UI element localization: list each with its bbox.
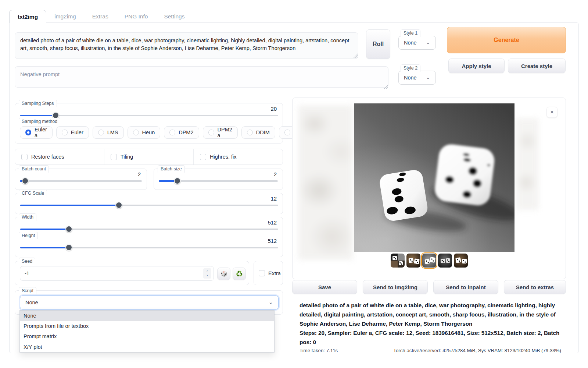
height-slider[interactable] <box>20 244 278 251</box>
tab-txt2img[interactable]: txt2img <box>9 10 46 23</box>
seed-stepper[interactable]: ⌃ ⌄ <box>203 268 211 279</box>
height-label: Height <box>19 232 38 239</box>
script-option-prompts-from-file[interactable]: Prompts from file or textbox <box>20 321 274 331</box>
tab-img2img[interactable]: img2img <box>46 10 84 23</box>
create-style-button[interactable]: Create style <box>508 59 566 73</box>
slider-knob[interactable] <box>65 226 72 233</box>
thumbnail-2[interactable] <box>406 254 420 268</box>
slider-knob[interactable] <box>22 177 29 184</box>
script-option-xy-plot[interactable]: X/Y plot <box>20 342 274 352</box>
batch-count-box: Batch count 2 <box>15 169 147 190</box>
script-option-none[interactable]: None <box>20 311 274 321</box>
cfg-scale-slider[interactable] <box>20 202 278 209</box>
restore-faces-toggle[interactable]: Restore faces <box>15 149 104 164</box>
batch-count-value: 2 <box>138 171 141 177</box>
thumbnail-5[interactable] <box>454 254 468 268</box>
style2-select[interactable]: None ⌄ <box>398 71 436 85</box>
slider-knob[interactable] <box>65 244 72 251</box>
close-gallery-button[interactable]: × <box>546 107 557 118</box>
send-to-extras-button[interactable]: Send to extras <box>504 280 566 294</box>
script-value: None <box>25 300 38 305</box>
sampling-method-group: Euler a Euler LMS Heun DPM2 DPM2 a DDIM … <box>20 126 313 139</box>
random-seed-button[interactable]: 🎲 <box>217 268 230 280</box>
sampling-box: Sampling Steps 20 Sampling method Euler … <box>15 103 283 144</box>
radio-icon <box>284 130 290 135</box>
sampler-dpm2[interactable]: DPM2 <box>164 126 199 139</box>
tiling-toggle[interactable]: Tiling <box>104 149 194 164</box>
checkbox-icon[interactable] <box>259 270 265 276</box>
batch-count-label: Batch count <box>19 165 49 173</box>
radio-icon <box>208 130 214 135</box>
width-label: Width <box>19 213 36 221</box>
checkbox-icon[interactable] <box>200 154 206 160</box>
style2-label: Style 2 <box>401 64 420 72</box>
thumbnail-4[interactable] <box>438 254 452 268</box>
sampler-euler[interactable]: Euler <box>56 126 89 139</box>
sampler-ddim[interactable]: DDIM <box>241 126 275 139</box>
sampler-heun[interactable]: Heun <box>128 126 161 139</box>
width-slider[interactable] <box>20 226 278 233</box>
style1-select[interactable]: None ⌄ <box>398 36 436 50</box>
extra-toggle[interactable]: Extra <box>259 270 281 276</box>
sampling-steps-label: Sampling Steps <box>19 100 57 107</box>
output-gallery-panel: × <box>292 98 566 279</box>
tab-extras[interactable]: Extras <box>84 10 116 23</box>
batch-size-box: Batch size 2 <box>154 169 283 190</box>
style1-value: None <box>404 40 417 46</box>
tab-settings[interactable]: Settings <box>156 10 193 23</box>
generated-image[interactable] <box>354 103 514 252</box>
chevron-down-icon: ⌄ <box>426 74 430 80</box>
roll-button[interactable]: Roll <box>366 29 390 59</box>
batch-size-label: Batch size <box>158 165 185 173</box>
radio-icon <box>247 130 253 135</box>
script-label: Script <box>19 287 36 294</box>
checkbox-icon[interactable] <box>21 154 28 160</box>
cfg-scale-box: CFG Scale 12 <box>15 193 283 214</box>
tab-bar: txt2img img2img Extras PNG Info Settings <box>9 10 193 23</box>
generate-button[interactable]: Generate <box>447 27 566 53</box>
save-button[interactable]: Save <box>292 280 357 294</box>
negative-prompt-input[interactable] <box>15 66 388 88</box>
checkbox-icon[interactable] <box>111 154 117 160</box>
cfg-scale-label: CFG Scale <box>19 190 47 197</box>
toggles-box: Restore faces Tiling Highres. fix <box>15 149 283 165</box>
extra-label: Extra <box>268 270 281 276</box>
batch-count-slider[interactable] <box>20 178 142 184</box>
tab-png-info[interactable]: PNG Info <box>116 10 156 23</box>
script-select[interactable]: None ⌄ <box>20 296 279 309</box>
prompt-input[interactable]: detailed photo of a pair of white die on… <box>15 32 358 59</box>
radio-icon <box>169 130 175 135</box>
send-to-img2img-button[interactable]: Send to img2img <box>363 280 428 294</box>
time-taken-text: Time taken: 7.11s <box>300 348 338 353</box>
batch-size-slider[interactable] <box>159 178 278 184</box>
sampler-dpm2a[interactable]: DPM2 a <box>203 126 238 139</box>
slider-knob[interactable] <box>174 177 181 184</box>
sampler-euler-a[interactable]: Euler a <box>20 126 53 139</box>
generation-info: detailed photo of a pair of white die on… <box>300 301 561 353</box>
recycle-icon: ♻️ <box>236 270 243 277</box>
seed-label: Seed <box>19 258 35 265</box>
highres-fix-toggle[interactable]: Highres. fix <box>194 149 283 164</box>
vram-stats-text: Torch active/reserved: 4257/5284 MiB, Sy… <box>393 348 561 353</box>
seed-input[interactable] <box>25 266 197 280</box>
thumbnail-strip <box>391 254 468 268</box>
script-dropdown-menu: None Prompts from file or textbox Prompt… <box>19 310 275 353</box>
sampler-lms[interactable]: LMS <box>93 126 124 139</box>
info-prompt-text: detailed photo of a pair of white die on… <box>300 301 561 328</box>
stepper-down-icon[interactable]: ⌄ <box>206 273 209 276</box>
thumbnail-3-selected[interactable] <box>422 254 436 268</box>
chevron-down-icon: ⌄ <box>268 299 273 305</box>
script-option-prompt-matrix[interactable]: Prompt matrix <box>20 331 274 342</box>
slider-knob[interactable] <box>115 202 122 209</box>
width-value: 512 <box>268 220 277 226</box>
radio-icon <box>98 130 104 135</box>
thumbnail-1[interactable] <box>391 254 405 268</box>
blurred-gallery-right <box>516 118 539 210</box>
dice-photo <box>354 103 514 252</box>
cfg-scale-value: 12 <box>271 196 277 202</box>
sampling-steps-value: 20 <box>271 106 277 112</box>
radio-icon <box>62 130 68 135</box>
apply-style-button[interactable]: Apply style <box>448 59 505 73</box>
send-to-inpaint-button[interactable]: Send to inpaint <box>433 280 498 294</box>
reuse-seed-button[interactable]: ♻️ <box>233 268 246 280</box>
